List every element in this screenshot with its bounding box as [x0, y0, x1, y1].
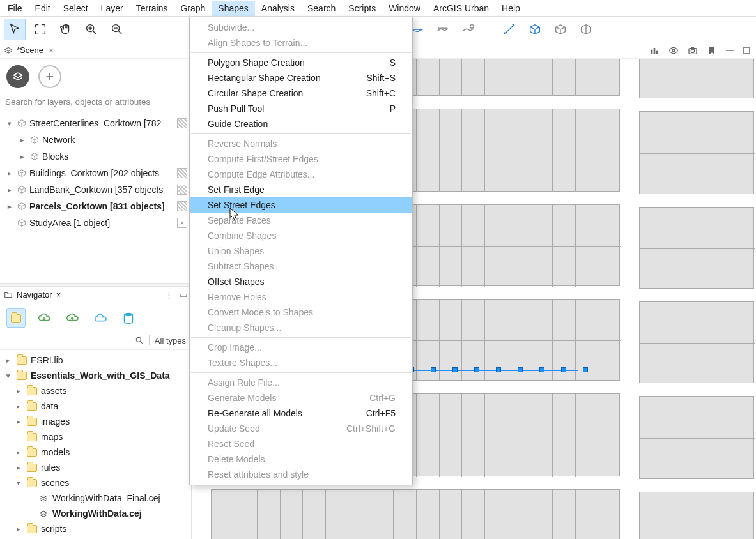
navigator-row[interactable]: WorkingWithData.cej [0, 506, 191, 521]
maximize-icon[interactable] [743, 47, 750, 54]
close-icon[interactable]: × [49, 45, 54, 56]
camera-icon[interactable] [688, 45, 698, 56]
menu-help[interactable]: Help [495, 1, 527, 16]
layer-search-input[interactable]: Search for layers, objects or attributes [0, 93, 191, 112]
filter-dropdown[interactable]: All types [155, 336, 186, 345]
add-layer-button[interactable] [38, 65, 61, 88]
menu-search[interactable]: Search [301, 1, 342, 16]
scene-panel-tab[interactable]: *Scene × [0, 42, 191, 59]
navigator-row[interactable]: ▾scenes [0, 475, 191, 490]
expand-arrow[interactable]: ▸ [4, 356, 13, 365]
navigator-row[interactable]: ▸assets [0, 383, 191, 399]
menu-item-rectangular-shape-creation[interactable]: Rectangular Shape CreationShift+S [190, 70, 412, 86]
surface-tool-d[interactable] [458, 19, 479, 40]
navigator-row[interactable]: ▸scripts [0, 521, 191, 536]
layer-row[interactable]: ▸Blocks [0, 148, 191, 165]
menu-item-update-seed: Update SeedCtrl+Shift+G [190, 421, 412, 436]
expand-arrow[interactable]: ▸ [14, 448, 23, 457]
select-tool[interactable] [4, 19, 26, 40]
cube-tool-c[interactable] [575, 19, 597, 40]
menu-item-guide-creation[interactable]: Guide Creation [190, 116, 412, 132]
layer-row[interactable]: ▸Network [0, 132, 191, 148]
panel-menu-icon[interactable]: ⋮ [165, 290, 173, 300]
menu-item-push-pull-tool[interactable]: Push Pull ToolP [190, 101, 412, 116]
menu-arcgis-urban[interactable]: ArcGIS Urban [427, 1, 495, 16]
expand-arrow[interactable]: ▸ [18, 153, 27, 161]
layer-row[interactable]: StudyArea [1 object]× [0, 215, 191, 231]
expand-arrow[interactable]: ▾ [4, 372, 13, 380]
expand-arrow[interactable]: ▸ [14, 387, 23, 395]
bookmark-icon[interactable] [707, 45, 717, 56]
navigator-row[interactable]: ▸data [0, 399, 191, 414]
layers-button[interactable] [6, 65, 29, 88]
menu-window[interactable]: Window [382, 1, 427, 16]
menu-item-polygon-shape-creation[interactable]: Polygon Shape CreationS [190, 55, 412, 70]
navigator-row[interactable]: ▸images [0, 414, 191, 429]
menu-shapes[interactable]: Shapes [212, 1, 254, 16]
menu-file[interactable]: File [1, 1, 29, 16]
expand-arrow[interactable]: ▸ [5, 169, 14, 178]
visibility-toggle[interactable] [177, 201, 187, 211]
navigator-row[interactable]: maps [0, 429, 191, 444]
navigator-row[interactable]: ▸ESRI.lib [0, 353, 191, 368]
menu-analysis[interactable]: Analysis [255, 1, 301, 16]
menu-item-circular-shape-creation[interactable]: Circular Shape CreationShift+C [190, 86, 412, 101]
cube-tool-a[interactable] [524, 19, 546, 40]
cloud-button[interactable] [91, 308, 110, 328]
menu-layer[interactable]: Layer [95, 1, 130, 16]
layer-row[interactable]: ▸Buildings_Corktown [202 objects [0, 165, 191, 181]
expand-arrow[interactable]: ▸ [14, 402, 23, 411]
cube-tool-b[interactable] [550, 19, 571, 40]
expand-arrow[interactable]: ▸ [18, 136, 27, 144]
navigator-row[interactable]: WorkingWithData_Final.cej [0, 490, 191, 506]
visibility-toggle[interactable] [177, 185, 187, 195]
menu-item-set-street-edges[interactable]: Set Street Edges [190, 197, 412, 213]
layer-row[interactable]: ▾StreetCenterlines_Corktown [782 [0, 115, 191, 132]
navigator-row[interactable]: ▸models [0, 444, 191, 460]
navigator-title: Navigator [17, 290, 52, 300]
menu-item-re-generate-all-models[interactable]: Re-Generate all ModelsCtrl+F5 [190, 406, 412, 421]
pan-tool[interactable] [55, 19, 77, 40]
frame-tool[interactable] [29, 19, 51, 40]
cloud-upload-button[interactable] [63, 308, 82, 328]
layer-row[interactable]: ▸Parcels_Corktown [831 objects] [0, 198, 191, 215]
expand-arrow[interactable]: ▸ [14, 464, 23, 472]
visibility-toggle[interactable] [177, 168, 187, 178]
minimize-icon[interactable]: — [726, 45, 734, 55]
layer-label: Buildings_Corktown [202 objects [29, 168, 174, 178]
expand-arrow[interactable]: ▾ [14, 479, 23, 487]
expand-arrow[interactable]: ▸ [14, 525, 23, 533]
measure-tool[interactable] [498, 19, 520, 40]
expand-arrow[interactable]: ▾ [5, 119, 14, 128]
chart-icon[interactable] [649, 45, 660, 56]
expand-arrow[interactable]: ▸ [14, 418, 23, 426]
menu-terrains[interactable]: Terrains [130, 1, 174, 16]
expand-arrow[interactable]: ▸ [5, 186, 14, 194]
surface-tool-c[interactable] [432, 19, 454, 40]
close-icon[interactable]: × [56, 290, 61, 300]
visibility-toggle[interactable]: × [177, 218, 187, 228]
search-icon[interactable] [135, 336, 144, 345]
cloud-download-button[interactable] [35, 308, 54, 328]
navigator-row[interactable]: ▸rules [0, 460, 191, 475]
visibility-icon[interactable] [668, 45, 679, 56]
visibility-toggle[interactable] [177, 118, 187, 128]
navigator-panel-tab[interactable]: Navigator × ⋮ ▭ [0, 287, 191, 303]
database-button[interactable] [119, 308, 138, 328]
menu-item-shortcut: Shift+S [366, 73, 396, 83]
panel-menu-icon[interactable]: ▭ [180, 290, 187, 300]
zoom-in-tool[interactable] [81, 19, 102, 40]
layer-row[interactable]: ▸LandBank_Corktown [357 objects [0, 181, 191, 198]
expand-arrow[interactable]: ▸ [5, 202, 14, 211]
navigator-row[interactable]: ▾Essentials_Work_with_GIS_Data [0, 368, 191, 383]
menu-item-label: Align Shapes to Terrain... [208, 38, 307, 48]
layer-label: Parcels_Corktown [831 objects] [29, 201, 174, 211]
menu-item-offset-shapes[interactable]: Offset Shapes [190, 274, 412, 289]
zoom-out-tool[interactable] [106, 19, 128, 40]
local-files-button[interactable] [6, 308, 26, 328]
menu-item-set-first-edge[interactable]: Set First Edge [190, 182, 412, 197]
menu-edit[interactable]: Edit [29, 1, 57, 16]
menu-graph[interactable]: Graph [174, 1, 212, 16]
menu-scripts[interactable]: Scripts [342, 1, 382, 16]
menu-select[interactable]: Select [57, 1, 95, 16]
